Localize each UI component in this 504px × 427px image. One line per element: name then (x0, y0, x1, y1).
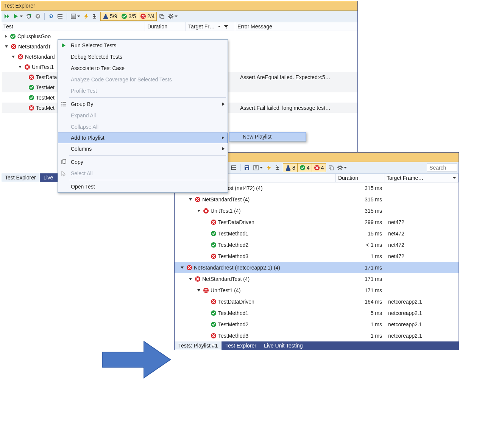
ctx-columns[interactable]: Columns (58, 143, 228, 154)
col-target[interactable]: Target Fr… (186, 22, 235, 31)
fail-icon (24, 64, 30, 70)
fail-icon (17, 54, 23, 60)
save-button[interactable] (243, 164, 251, 172)
tree-row[interactable]: TestMethod2< 1 msnet472 (175, 239, 459, 251)
tree-row[interactable]: TestMethod15 msnetcoreapp2.1 (175, 307, 459, 319)
pass-icon (28, 95, 34, 101)
chevron-right-icon (222, 103, 225, 106)
ctx-associate[interactable]: Associate to Test Case (58, 62, 228, 74)
duration: 1 ms (338, 333, 387, 339)
count-total[interactable]: 5/9 (101, 12, 119, 20)
count-pass[interactable]: 4 (298, 164, 312, 172)
ctx-expand-all: Expand All (58, 110, 228, 121)
pass-icon (28, 84, 34, 90)
submenu-new-playlist[interactable]: New Playlist (229, 132, 306, 141)
search-input[interactable] (427, 164, 457, 172)
test-name: TestMethod1 (218, 310, 248, 316)
test-name: TestMethod2 (218, 321, 248, 327)
tab-live[interactable]: Live (40, 173, 57, 182)
col-test[interactable]: Test (1, 22, 145, 31)
ctx-analyze-coverage: Analyze Code Coverage for Selected Tests (58, 74, 228, 85)
test-name: TestMethod3 (218, 253, 248, 259)
settings-button[interactable] (336, 164, 348, 172)
fail-icon (28, 105, 34, 111)
cancel-button[interactable] (34, 12, 42, 20)
test-counts: 5/9 3/5 2/4 (100, 12, 157, 21)
col-duration[interactable]: Duration (145, 22, 186, 31)
col-target[interactable]: Target Frame… (384, 174, 459, 182)
pass-icon (211, 242, 217, 248)
test-name: NetStandardTest (4) (202, 196, 250, 203)
fail-icon (211, 299, 217, 305)
pass-icon (10, 33, 16, 39)
list-button[interactable] (229, 164, 238, 172)
ctx-open-test[interactable]: Open Test (58, 181, 228, 192)
tree-row[interactable]: NetStandardTest (4)315 ms (175, 194, 459, 205)
tab-live-unit-testing[interactable]: Live Unit Testing (260, 341, 306, 350)
tree-button[interactable] (91, 12, 100, 20)
windows-button[interactable] (158, 12, 166, 20)
test-counts: 8 4 4 (283, 163, 326, 172)
ctx-add-to-playlist[interactable]: Add to Playlist (58, 132, 228, 143)
tab-test-explorer[interactable]: Test Explorer (222, 341, 260, 350)
tree-button[interactable] (274, 164, 282, 172)
count-pass[interactable]: 3/5 (119, 12, 138, 20)
bolt-button[interactable] (265, 164, 273, 172)
windows-button[interactable] (327, 164, 335, 172)
ctx-copy[interactable]: Copy (58, 156, 228, 168)
error-message: Assert.Fail failed. long message test… (240, 105, 357, 111)
submenu-playlist: New Playlist (229, 132, 306, 142)
tree-row[interactable]: TestMethod31 msnet472 (175, 251, 459, 262)
duration: 171 ms (338, 265, 387, 271)
tree-row[interactable]: NetStandardTest (netcoreapp2.1) (4)171 m… (175, 262, 459, 273)
column-headers: Test Duration Target Fr… Error Message (1, 22, 357, 31)
list-button[interactable] (56, 12, 64, 20)
tab-playlist[interactable]: Tests: Playlist #1 (175, 341, 222, 350)
chevron-right-icon (222, 147, 225, 150)
settings-button[interactable] (167, 12, 179, 20)
tab-test-explorer[interactable]: Test Explorer (1, 173, 40, 182)
context-menu: Run Selected Tests Debug Selected Tests … (58, 39, 228, 193)
status-tabs: Tests: Playlist #1 Test Explorer Live Un… (175, 341, 459, 350)
duration: 299 ms (338, 219, 387, 225)
tree-row[interactable]: TestMethod21 msnetcoreapp2.1 (175, 319, 459, 330)
target-framework: netcoreapp2.1 (387, 310, 459, 316)
test-name: TestDataDriven (218, 299, 254, 305)
test-name: UnitTest1 (4) (211, 208, 240, 214)
tree-row[interactable]: UnitTest1 (4)171 ms (175, 285, 459, 296)
count-fail[interactable]: 2/4 (138, 12, 156, 20)
fail-icon (195, 276, 201, 282)
tree-row[interactable]: TestDataDriven299 msnet472 (175, 217, 459, 228)
playlist-button[interactable] (252, 164, 264, 172)
target-framework: net472 (387, 242, 459, 248)
fail-icon (28, 74, 34, 80)
repeat-button[interactable] (25, 12, 33, 20)
target-framework: net472 (387, 219, 459, 225)
fail-icon (211, 219, 217, 225)
refresh-button[interactable] (47, 12, 55, 20)
duration: 5 ms (338, 310, 387, 316)
tree-row[interactable]: TestDataDriven164 msnetcoreapp2.1 (175, 296, 459, 307)
filter-icon[interactable] (223, 24, 228, 29)
run-button[interactable] (12, 12, 24, 20)
col-error[interactable]: Error Message (235, 22, 357, 31)
run-all-button[interactable] (3, 12, 11, 20)
ctx-debug-selected[interactable]: Debug Selected Tests (58, 51, 228, 62)
arrow-icon (98, 339, 174, 380)
col-duration[interactable]: Duration (336, 174, 384, 182)
tree-row[interactable]: NetStandardTest (4)171 ms (175, 273, 459, 285)
test-name: NetStandardTest (netcoreapp2.1) (4) (194, 265, 280, 271)
test-name: TestDataDriven (218, 219, 254, 225)
tree-row[interactable]: TestMethod31 msnetcoreapp2.1 (175, 330, 459, 341)
duration: 315 ms (338, 196, 387, 203)
duration: 1 ms (338, 321, 387, 327)
tree-row[interactable]: UnitTest1 (4)315 ms (175, 205, 459, 217)
ctx-run-selected[interactable]: Run Selected Tests (58, 40, 228, 51)
pass-icon (211, 321, 217, 327)
tree-row[interactable]: TestMethod115 msnet472 (175, 228, 459, 239)
playlist-button[interactable] (69, 12, 81, 20)
count-fail[interactable]: 4 (312, 164, 326, 172)
bolt-button[interactable] (82, 12, 91, 20)
ctx-group-by[interactable]: Group By (58, 98, 228, 110)
count-total[interactable]: 8 (283, 164, 298, 172)
